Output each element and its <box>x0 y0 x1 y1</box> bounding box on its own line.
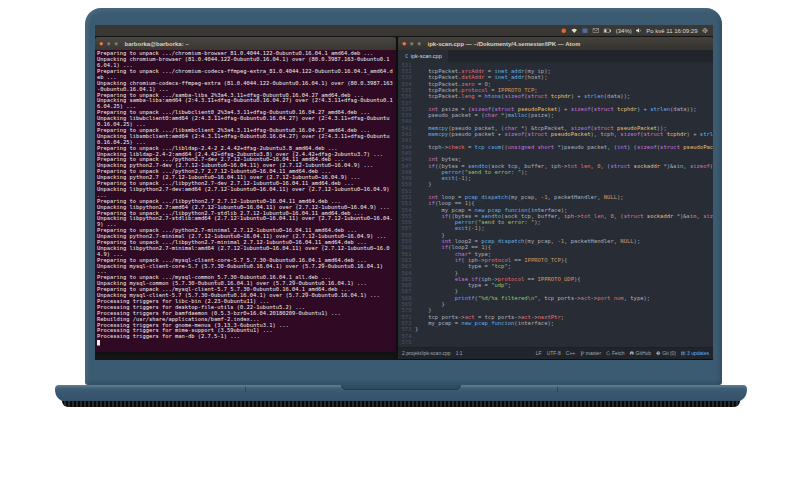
updater-icon[interactable] <box>561 28 567 34</box>
status-file-path-label: 2.projekt/ipk-scan.cpp <box>402 351 451 357</box>
status-grammar-label: C++ <box>566 351 575 357</box>
terminal-line: Unpacking libpython2.7-dev:amd64 (2.7.12… <box>97 186 395 198</box>
code-line: 575 <box>398 339 713 345</box>
status-git-changes-label: Git (0) <box>662 351 676 357</box>
terminal-line: Unpacking samba-libs:amd64 (2:4.3.11+dfs… <box>97 98 395 110</box>
clock[interactable]: Po kvě 11 16:09:29 <box>646 27 697 34</box>
status-cursor-position-label: 1:1 <box>456 351 463 357</box>
terminal-title: barborka@barborka: ~ <box>125 40 189 47</box>
terminal-line: Unpacking libwbclient0:amd64 (2:4.3.11+d… <box>97 115 395 127</box>
sync-icon <box>606 351 611 356</box>
minimize-button[interactable] <box>107 41 112 46</box>
atom-window: ipk-scan.cpp — ~/Dokumenty/4.semester/IP… <box>398 37 713 359</box>
laptop-mockup: (34%) Po kvě 11 16:09:29 barbo <box>0 0 800 477</box>
terminal-line: Unpacking chromium-browser (81.0.4044.12… <box>97 56 395 68</box>
laptop-screen: (34%) Po kvě 11 16:09:29 barbo <box>95 25 713 360</box>
network-icon[interactable] <box>571 28 578 34</box>
close-button[interactable] <box>402 41 407 46</box>
status-bar: 2.projekt/ipk-scan.cpp1:1 LFUTF-8C++mast… <box>398 347 713 359</box>
laptop-base-notch <box>341 385 461 390</box>
laptop-bottom-edge <box>62 401 740 407</box>
terminal-line: Unpacking chromium-codecs-ffmpeg-extra (… <box>97 80 395 92</box>
atom-window-title: ipk-scan.cpp — ~/Dokumenty/4.semester/IP… <box>428 40 581 47</box>
status-updates-label: 3 updates <box>687 351 709 357</box>
terminal-line: Preparing to unpack .../chromium-codecs-… <box>97 68 395 80</box>
status-git-changes[interactable]: Git (0) <box>656 351 676 357</box>
line-number: 575 <box>398 339 415 345</box>
session-gear-icon[interactable] <box>702 28 708 34</box>
c-file-icon: C <box>405 53 408 60</box>
battery-percent: (34%) <box>616 27 632 34</box>
status-github-label: GitHub <box>636 351 652 357</box>
code-editor[interactable]: 531 532 tcpPacket.srcAddr = inet_addr(my… <box>398 62 713 347</box>
status-cursor-position[interactable]: 1:1 <box>456 351 463 357</box>
status-git-branch[interactable]: master <box>580 351 601 357</box>
mail-icon[interactable] <box>593 28 600 33</box>
keyboard-layout-icon[interactable] <box>582 28 588 34</box>
terminal-line: Unpacking libsmbclient:amd64 (2:4.3.11+d… <box>97 133 395 145</box>
laptop-lid: (34%) Po kvě 11 16:09:29 barbo <box>85 8 722 385</box>
github-icon <box>630 351 635 356</box>
terminal-cursor <box>97 340 100 346</box>
status-line-ending[interactable]: LF <box>536 351 542 357</box>
minimize-button[interactable] <box>410 41 415 46</box>
terminal-titlebar[interactable]: barborka@barborka: ~ <box>95 37 396 50</box>
tab-bar: C ipk-scan.cpp <box>398 50 713 62</box>
terminal-output[interactable]: Preparing to unpack .../chromium-browser… <box>95 50 396 352</box>
maximize-button[interactable] <box>417 41 422 46</box>
close-button[interactable] <box>99 41 104 46</box>
status-github[interactable]: GitHub <box>630 351 652 357</box>
status-encoding-label: UTF-8 <box>547 351 561 357</box>
status-git-branch-label: master <box>586 351 601 357</box>
atom-titlebar[interactable]: ipk-scan.cpp — ~/Dokumenty/4.semester/IP… <box>398 37 713 50</box>
code-line: 544 tcph->check = tcp_csum((unsigned sho… <box>398 144 713 150</box>
terminal-window: barborka@barborka: ~ Preparing to unpack… <box>95 37 396 352</box>
status-git-fetch-label: Fetch <box>612 351 625 357</box>
battery-icon[interactable] <box>604 28 612 33</box>
status-git-fetch[interactable]: Fetch <box>606 351 625 357</box>
top-panel: (34%) Po kvě 11 16:09:29 <box>95 25 713 36</box>
package-icon <box>681 351 686 356</box>
status-grammar[interactable]: C++ <box>566 351 575 357</box>
git-icon <box>656 351 661 356</box>
git-branch-icon <box>580 351 584 356</box>
status-encoding[interactable]: UTF-8 <box>547 351 561 357</box>
status-line-ending-label: LF <box>536 351 542 357</box>
terminal-line: Unpacking mysql-client-core-5.7 (5.7.30-… <box>97 263 395 275</box>
laptop-base <box>55 385 747 402</box>
status-file-path[interactable]: 2.projekt/ipk-scan.cpp <box>402 351 451 357</box>
terminal-line: Unpacking libpython2.7-stdlib:amd64 (2.7… <box>97 216 395 228</box>
tab-ipk-scan-cpp[interactable]: C ipk-scan.cpp <box>398 50 449 62</box>
code-line: 542 memcpy(pseudo_packet + sizeof(struct… <box>398 131 713 137</box>
tab-label: ipk-scan.cpp <box>411 53 442 59</box>
maximize-button[interactable] <box>114 41 119 46</box>
terminal-line: Unpacking libpython2.7-minimal:amd64 (2.… <box>97 245 395 257</box>
volume-icon[interactable] <box>636 28 642 33</box>
status-updates[interactable]: 3 updates <box>681 351 709 357</box>
